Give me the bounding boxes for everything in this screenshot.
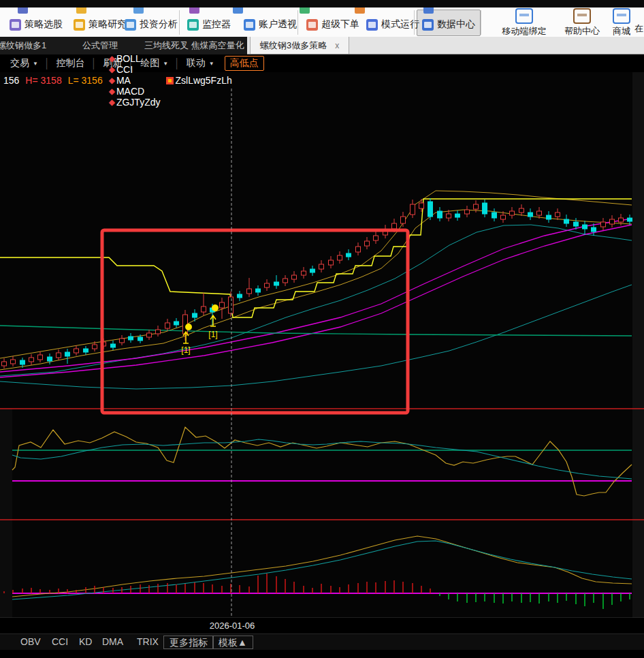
candle-up: [229, 297, 234, 313]
overlay-indicator[interactable]: ZslLwg5FzLh: [166, 75, 231, 86]
candle-down: [483, 203, 487, 214]
toolbar-icon-5: [244, 19, 255, 31]
candle-up: [265, 283, 270, 287]
candle-up: [202, 307, 206, 312]
legend-indicator-boll[interactable]: ◆BOLL: [109, 53, 161, 64]
candle-down: [65, 352, 70, 356]
toolbar-item-7[interactable]: 模式运行: [366, 17, 419, 32]
candle-up: [11, 360, 16, 364]
toolbar-label: 数据中心: [437, 18, 475, 31]
candle-up: [510, 211, 515, 215]
candle-down: [274, 282, 279, 285]
candle-down: [84, 349, 88, 352]
separator: │: [174, 58, 180, 69]
link-menu[interactable]: 联动▼: [180, 56, 221, 71]
tab-inactive-3[interactable]: 三均线死叉 焦煤高空量化: [144, 37, 244, 54]
candle-down: [256, 289, 261, 292]
toolbar-right-icon: [515, 8, 533, 24]
legend-indicator-ma[interactable]: ◆MA: [109, 75, 161, 86]
toolbar-right-item-1[interactable]: 移动端绑定: [498, 8, 550, 37]
toolbar-separator: [179, 10, 180, 35]
right-margin-strip: [632, 54, 644, 650]
indicator-tab-obv[interactable]: OBV: [20, 636, 41, 648]
annotation-rectangle: [102, 230, 408, 413]
cci-yellow: [12, 427, 632, 496]
candle-up: [519, 208, 524, 213]
tab-inactive-1[interactable]: 螺纹钢做多1: [0, 37, 46, 54]
candle-down: [20, 360, 25, 364]
low-value: L= 3156: [68, 75, 103, 86]
clipped-icon-fragment: [355, 7, 365, 14]
chart-toolbar: 交易▼ │ 控制台 │ 刷新 │ 绘图▼ │ 联动▼ 高低点: [0, 54, 644, 72]
separator: │: [44, 58, 50, 69]
candle-down: [455, 214, 460, 217]
high-value: H= 3158: [25, 75, 61, 86]
candle-down: [238, 294, 242, 298]
legend-indicator-macd[interactable]: ◆MACD: [109, 86, 161, 97]
signal-dot-marker: [212, 304, 219, 311]
toolbar-label: 策略研究: [88, 18, 127, 31]
chevron-down-icon: ▼: [209, 61, 214, 67]
ma-green-flat: [0, 326, 632, 336]
candle-down: [129, 336, 133, 340]
candle-down: [574, 222, 579, 226]
toolbar-item-6[interactable]: 超级下单: [306, 17, 359, 32]
price-chart-canvas[interactable]: [1][1]: [0, 0, 644, 658]
toolbar-icon-3: [125, 19, 136, 31]
tab-active[interactable]: 螺纹钢3做多策略x: [250, 37, 349, 54]
toolbar-item-8[interactable]: 数据中心: [422, 17, 475, 32]
candle-up: [447, 214, 451, 218]
candle-up: [29, 358, 34, 362]
template-button[interactable]: 模板▲: [212, 636, 253, 649]
legend-indicator-label: CCI: [116, 64, 133, 75]
chevron-down-icon: ▼: [33, 61, 38, 67]
macd-dif-gold: [12, 536, 632, 597]
tab-inactive-2[interactable]: 公式管理: [82, 37, 118, 54]
cci-teal: [12, 439, 632, 479]
indicator-legend: 156 H= 3158 L= 3156 ◆BOLL◆CCI◆MA◆MACD◆ZG…: [0, 72, 644, 89]
crosshair-date-label: 2026-01-06: [202, 621, 263, 631]
toolbar-item-1[interactable]: 策略选股: [10, 17, 63, 32]
window-top-edge: [0, 0, 644, 7]
candle-up: [501, 215, 506, 219]
toolbar-item-3[interactable]: 投资分析: [125, 17, 178, 32]
candle-up: [338, 255, 342, 260]
indicator-tab-bar: OBVCCIKDDMATRIX更多指标模板▲: [0, 633, 644, 650]
candle-up: [401, 217, 406, 223]
candle-up: [38, 355, 43, 360]
console-button[interactable]: 控制台: [50, 56, 91, 71]
trade-menu[interactable]: 交易▼: [4, 56, 44, 71]
separator: │: [91, 58, 97, 69]
candle-down: [48, 357, 52, 361]
ma-magenta-2: [0, 225, 632, 377]
candle-down: [111, 344, 116, 347]
candle-down: [564, 219, 569, 223]
strategy-tab-bar: 螺纹钢做多1公式管理三均线死叉 焦煤高空量化 螺纹钢3做多策略x: [0, 37, 644, 54]
toolbar-right-icon: [613, 8, 630, 24]
candle-down: [428, 202, 433, 217]
toolbar-item-4[interactable]: 监控器: [187, 17, 231, 32]
candle-up: [474, 204, 479, 209]
toolbar-icon-1: [10, 19, 21, 31]
high-low-button[interactable]: 高低点: [225, 56, 264, 71]
tab-close-icon[interactable]: x: [335, 41, 339, 50]
legend-indicator-cci[interactable]: ◆CCI: [109, 64, 161, 75]
signal-dot-marker: [185, 324, 192, 330]
toolbar-item-2[interactable]: 策略研究: [74, 17, 127, 32]
candle-up: [537, 211, 542, 215]
candle-down: [547, 215, 551, 219]
legend-indicator-zgjtyzdy[interactable]: ◆ZGJTyZdy: [109, 97, 161, 108]
indicator-tab-trix[interactable]: TRIX: [137, 636, 159, 648]
candle-down: [528, 213, 533, 217]
indicator-tab-kd[interactable]: KD: [79, 636, 92, 648]
candle-up: [165, 323, 170, 328]
toolbar-item-5[interactable]: 账户透视: [244, 17, 297, 32]
indicator-tab-dma[interactable]: DMA: [102, 636, 123, 648]
legend-indicator-label: MACD: [116, 86, 144, 97]
more-indicators-button[interactable]: 更多指标: [163, 636, 214, 649]
toolbar-icon-8: [422, 19, 434, 31]
indicator-tab-cci[interactable]: CCI: [52, 636, 68, 648]
clipped-icon-fragment: [300, 7, 310, 14]
tab-active-label: 螺纹钢3做多策略: [260, 40, 327, 50]
toolbar-item-clipped[interactable]: 在: [634, 22, 643, 35]
